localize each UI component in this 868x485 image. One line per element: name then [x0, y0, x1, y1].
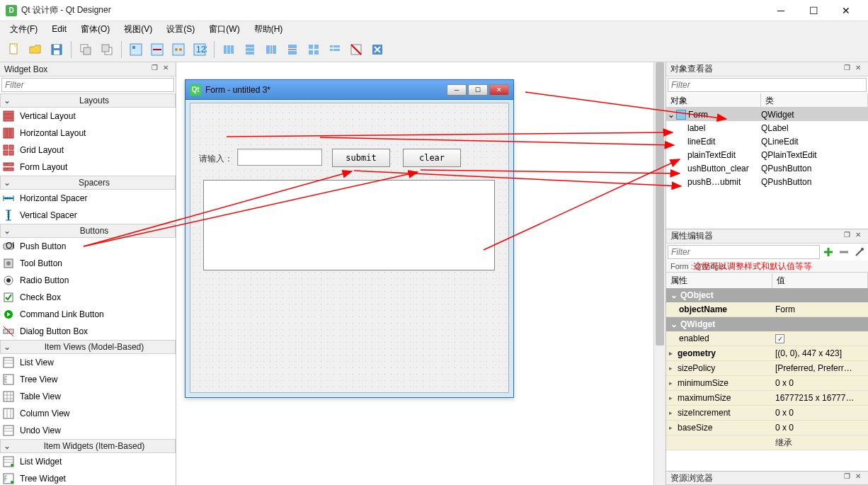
dock-float-icon[interactable]: ❐: [841, 231, 852, 242]
prop-maximumsize[interactable]: ▸maximumSize16777215 x 16777…: [666, 391, 868, 406]
form-titlebar[interactable]: Qt Form - untitled 3* ─ ☐ ✕: [185, 80, 513, 100]
obj-row-plaintextedit[interactable]: plainTextEdit QPlainTextEdit: [666, 148, 868, 161]
form-window[interactable]: Qt Form - untitled 3* ─ ☐ ✕ 请输入： submit …: [185, 79, 514, 398]
prop-group-qwidget[interactable]: ⌄QWidget: [666, 317, 868, 331]
prop-objectname[interactable]: objectNameForm: [666, 302, 868, 317]
dock-close-icon[interactable]: ✕: [852, 472, 864, 484]
form-submit-button[interactable]: submit: [332, 149, 390, 167]
prop-basesize[interactable]: ▸baseSize0 x 0: [666, 421, 868, 435]
break-layout-icon[interactable]: [346, 40, 366, 59]
prop-geometry[interactable]: ▸geometry[(0, 0), 447 x 423]: [666, 346, 868, 361]
widget-vertical-layout[interactable]: Vertical Layout: [0, 108, 176, 125]
obj-row-lineedit[interactable]: lineEdit QLineEdit: [666, 135, 868, 148]
qt-icon: Qt: [190, 84, 201, 96]
widget-tool-button[interactable]: Tool Button: [0, 255, 176, 272]
widget-box-filter[interactable]: [5, 80, 171, 90]
prop-palette[interactable]: palette继承: [666, 435, 868, 450]
layout-h-icon[interactable]: [219, 40, 239, 59]
widget-dialog-button-box[interactable]: Dialog Button Box: [0, 323, 176, 340]
widget-check-box[interactable]: Check Box: [0, 289, 176, 306]
widget-horizontal-layout[interactable]: Horizontal Layout: [0, 125, 176, 142]
form-lineedit[interactable]: [237, 149, 322, 166]
layout-form-icon[interactable]: [325, 40, 345, 59]
widget-column-view[interactable]: Column View: [0, 405, 176, 422]
menu-help[interactable]: 帮助(H): [247, 22, 290, 37]
section-spacers[interactable]: ⌄Spacers: [0, 176, 176, 190]
obj-row-pushbutton-clear[interactable]: ushButton_clear QPushButton: [666, 161, 868, 175]
obj-row-pushbutton-submit[interactable]: pushB…ubmit QPushButton: [666, 175, 868, 188]
layout-grid-icon[interactable]: [304, 40, 324, 59]
form-clear-button[interactable]: clear: [403, 149, 461, 167]
prop-group-qobject[interactable]: ⌄QObject: [666, 288, 868, 302]
form-maximize-icon[interactable]: ☐: [468, 84, 488, 96]
dock-close-icon[interactable]: ✕: [852, 231, 864, 242]
maximize-button[interactable]: ☐: [797, 0, 830, 21]
obj-row-form[interactable]: ⌄Form QWidget: [666, 108, 868, 121]
open-file-icon[interactable]: [25, 40, 45, 59]
prop-sizeincrement[interactable]: ▸sizeIncrement0 x 0: [666, 406, 868, 421]
obj-col-class[interactable]: 类: [761, 93, 868, 107]
prop-sizepolicy[interactable]: ▸sizePolicy[Preferred, Preferr…: [666, 361, 868, 376]
prop-enabled[interactable]: enabled✓: [666, 331, 868, 346]
dock-close-icon[interactable]: ✕: [852, 64, 864, 75]
add-property-icon[interactable]: [821, 245, 835, 259]
form-close-icon[interactable]: ✕: [489, 84, 509, 96]
obj-col-object[interactable]: 对象: [666, 93, 761, 107]
prop-minimumsize[interactable]: ▸minimumSize0 x 0: [666, 376, 868, 391]
form-plaintextedit[interactable]: [203, 180, 495, 270]
edit-signals-icon[interactable]: [147, 40, 167, 59]
obj-row-label[interactable]: label QLabel: [666, 121, 868, 135]
menu-window[interactable]: 窗口(W): [202, 22, 246, 37]
property-filter[interactable]: [668, 245, 820, 259]
form-label[interactable]: 请输入：: [199, 153, 233, 165]
form-minimize-icon[interactable]: ─: [447, 84, 467, 96]
widget-table-view[interactable]: Table View: [0, 388, 176, 405]
section-buttons[interactable]: ⌄Buttons: [0, 224, 176, 238]
widget-vertical-spacer[interactable]: Vertical Spacer: [0, 207, 176, 224]
dock-float-icon[interactable]: ❐: [841, 64, 852, 75]
widget-list-widget[interactable]: List Widget: [0, 453, 176, 470]
widget-push-button[interactable]: OKPush Button: [0, 238, 176, 255]
send-back-icon[interactable]: [76, 40, 96, 59]
bring-front-icon[interactable]: [97, 40, 117, 59]
remove-property-icon[interactable]: [837, 245, 851, 259]
minimize-button[interactable]: ─: [765, 0, 797, 21]
dock-float-icon[interactable]: ❐: [149, 64, 160, 75]
new-file-icon[interactable]: [4, 40, 24, 59]
form-body[interactable]: 请输入： submit clear: [190, 103, 509, 393]
widget-tree-widget[interactable]: Tree Widget: [0, 470, 176, 485]
widget-form-layout[interactable]: Form Layout: [0, 159, 176, 176]
menu-view[interactable]: 视图(V): [117, 22, 159, 37]
section-layouts[interactable]: ⌄Layouts: [0, 93, 176, 108]
widget-tree-view[interactable]: Tree View: [0, 371, 176, 388]
widget-command-link[interactable]: Command Link Button: [0, 306, 176, 323]
adjust-size-icon[interactable]: [367, 40, 387, 59]
section-item-views[interactable]: ⌄Item Views (Model-Based): [0, 340, 176, 354]
object-inspector-filter[interactable]: [671, 80, 863, 90]
section-item-widgets[interactable]: ⌄Item Widgets (Item-Based): [0, 439, 176, 453]
edit-buddies-icon[interactable]: [169, 40, 188, 59]
menu-form[interactable]: 窗体(O): [74, 22, 117, 37]
layout-vsplit-icon[interactable]: [282, 40, 302, 59]
widget-undo-view[interactable]: Undo View: [0, 422, 176, 439]
menu-settings[interactable]: 设置(S): [159, 22, 202, 37]
widget-horizontal-spacer[interactable]: Horizontal Spacer: [0, 190, 176, 207]
menu-file[interactable]: 文件(F): [3, 22, 45, 37]
layout-v-icon[interactable]: [240, 40, 260, 59]
layout-hsplit-icon[interactable]: [261, 40, 281, 59]
dock-close-icon[interactable]: ✕: [160, 64, 171, 75]
design-canvas[interactable]: Qt Form - untitled 3* ─ ☐ ✕ 请输入： submit …: [176, 62, 666, 485]
menu-edit[interactable]: Edit: [45, 23, 74, 35]
dock-float-icon[interactable]: ❐: [841, 472, 852, 484]
save-icon[interactable]: [47, 40, 67, 59]
canvas-scrollbar[interactable]: [653, 62, 666, 485]
edit-taborder-icon[interactable]: 123: [190, 40, 210, 59]
config-icon[interactable]: [852, 245, 867, 259]
widget-radio-button[interactable]: Radio Button: [0, 272, 176, 289]
prop-col-value[interactable]: 值 这里可以调整样式和默认值等等: [772, 273, 868, 288]
edit-widgets-icon[interactable]: [126, 40, 146, 59]
widget-list-view[interactable]: List View: [0, 354, 176, 371]
widget-grid-layout[interactable]: Grid Layout: [0, 142, 176, 159]
close-button[interactable]: ✕: [830, 0, 862, 21]
prop-col-name[interactable]: 属性: [666, 273, 772, 288]
